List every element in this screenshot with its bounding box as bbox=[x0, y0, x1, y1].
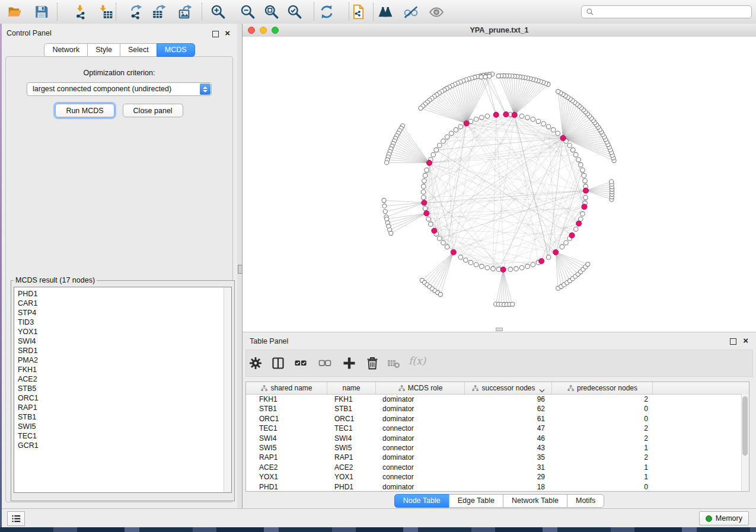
column-header-successor-nodes[interactable]: successor nodes bbox=[465, 382, 552, 394]
mcds-result-item[interactable]: STP4 bbox=[18, 308, 231, 318]
network-window-titlebar[interactable]: YPA_prune.txt_1 bbox=[243, 24, 756, 37]
table-row[interactable]: RAP1RAP1dominator352 bbox=[246, 453, 749, 462]
tab-mcds[interactable]: MCDS bbox=[157, 43, 195, 57]
tab-motifs[interactable]: Motifs bbox=[567, 494, 604, 508]
zoom-out-icon[interactable] bbox=[240, 4, 256, 20]
hide-details-icon[interactable] bbox=[403, 4, 419, 20]
tab-network[interactable]: Network bbox=[44, 43, 88, 57]
export-table-icon[interactable] bbox=[152, 4, 167, 20]
search-input[interactable] bbox=[596, 6, 751, 18]
close-panel-icon[interactable]: × bbox=[225, 30, 230, 37]
tab-select[interactable]: Select bbox=[120, 43, 157, 57]
close-table-panel-icon[interactable]: × bbox=[743, 337, 748, 344]
table-scrollbar-thumb[interactable] bbox=[742, 396, 748, 456]
save-session-icon[interactable] bbox=[34, 4, 49, 20]
export-image-icon[interactable] bbox=[178, 4, 193, 20]
tab-network-table[interactable]: Network Table bbox=[503, 494, 567, 508]
column-header-shared-name[interactable]: shared name bbox=[246, 382, 327, 394]
splitter-grip[interactable] bbox=[238, 265, 243, 274]
network-view-canvas[interactable] bbox=[243, 37, 756, 332]
mcds-result-item[interactable]: YOX1 bbox=[18, 327, 231, 336]
toolbar-separator bbox=[116, 3, 116, 21]
table-cell: PHD1 bbox=[327, 482, 376, 492]
tab-edge-table[interactable]: Edge Table bbox=[449, 494, 503, 508]
table-row[interactable]: SWI5SWI5connector431 bbox=[246, 443, 749, 453]
mcds-result-item[interactable]: STB5 bbox=[18, 384, 231, 393]
table-cell: dominator bbox=[376, 453, 465, 462]
share-document-icon[interactable] bbox=[350, 4, 366, 20]
table-settings-icon[interactable] bbox=[248, 356, 263, 370]
zoom-selected-icon[interactable] bbox=[287, 4, 302, 20]
float-panel-icon[interactable] bbox=[212, 31, 219, 37]
run-mcds-button[interactable]: Run MCDS bbox=[55, 104, 114, 117]
column-header-predecessor-nodes[interactable]: predecessor nodes bbox=[552, 382, 653, 394]
float-table-panel-icon[interactable] bbox=[730, 338, 736, 345]
table-row[interactable]: FKH1FKH1dominator962 bbox=[246, 395, 749, 404]
mcds-result-item[interactable]: TID3 bbox=[18, 318, 231, 327]
optimization-criterion-value: largest connected component (undirected) bbox=[33, 85, 171, 93]
table-cell: 1 bbox=[552, 443, 653, 453]
table-row[interactable]: TEC1TEC1connector472 bbox=[246, 424, 749, 433]
delete-row-icon[interactable] bbox=[365, 356, 379, 370]
tab-node-table[interactable]: Node Table bbox=[394, 494, 449, 508]
table-cell: TEC1 bbox=[246, 424, 327, 433]
show-column-panel-icon[interactable] bbox=[271, 356, 285, 370]
function-builder-icon[interactable]: f(x) bbox=[409, 355, 426, 367]
table-cell: dominator bbox=[376, 414, 465, 424]
table-cell: 0 bbox=[552, 482, 653, 492]
mcds-result-item[interactable]: ORC1 bbox=[18, 393, 231, 403]
column-header-MCDS-role[interactable]: MCDS role bbox=[376, 382, 465, 394]
table-row[interactable]: PHD1PHD1dominator180 bbox=[246, 482, 749, 492]
deselect-all-icon[interactable] bbox=[318, 356, 332, 370]
column-header-name[interactable]: name bbox=[327, 382, 376, 394]
show-eye-icon[interactable] bbox=[429, 4, 444, 20]
import-network-icon[interactable] bbox=[74, 4, 89, 20]
mcds-result-item[interactable]: PHD1 bbox=[18, 289, 231, 299]
close-panel-button[interactable]: Close panel bbox=[123, 104, 183, 117]
delete-table-icon[interactable] bbox=[387, 356, 401, 370]
mcds-result-item[interactable]: STB1 bbox=[18, 412, 231, 422]
export-network-icon[interactable] bbox=[129, 4, 144, 20]
node-table[interactable]: shared namenameMCDS rolesuccessor nodesp… bbox=[245, 382, 749, 492]
mcds-result-item[interactable]: PMA2 bbox=[18, 355, 231, 365]
zoom-in-icon[interactable] bbox=[210, 4, 226, 20]
mcds-result-item[interactable]: CAR1 bbox=[18, 299, 231, 308]
table-row[interactable]: STB1STB1dominator620 bbox=[246, 404, 749, 414]
mcds-result-item[interactable]: SWI5 bbox=[18, 422, 231, 431]
task-history-button[interactable] bbox=[7, 511, 25, 526]
refresh-layout-icon[interactable] bbox=[319, 4, 334, 20]
table-row[interactable]: YOX1YOX1connector291 bbox=[246, 472, 749, 482]
mcds-result-item[interactable]: SRD1 bbox=[18, 346, 231, 355]
canvas-splitter-handle[interactable] bbox=[496, 328, 503, 331]
open-file-icon[interactable] bbox=[7, 4, 23, 20]
table-panel-title: Table Panel bbox=[250, 337, 288, 345]
binoculars-icon[interactable] bbox=[378, 4, 393, 20]
mcds-result-item[interactable]: SWI4 bbox=[18, 336, 231, 346]
table-cell: 96 bbox=[465, 395, 552, 404]
table-row[interactable]: ACE2ACE2connector311 bbox=[246, 463, 749, 472]
sort-chevron-icon[interactable] bbox=[539, 386, 545, 390]
mcds-list-scrollbar[interactable] bbox=[224, 287, 231, 492]
optimization-criterion-select[interactable]: largest connected component (undirected) bbox=[27, 82, 212, 96]
zoom-fit-icon[interactable] bbox=[264, 4, 279, 20]
search-box[interactable] bbox=[581, 5, 752, 18]
table-row[interactable]: SWI4SWI4dominator462 bbox=[246, 434, 749, 443]
mcds-result-list[interactable]: PHD1CAR1STP4TID3YOX1SWI4SRD1PMA2FKH1ACE2… bbox=[14, 287, 232, 493]
tree-icon bbox=[567, 384, 575, 392]
table-cell: dominator bbox=[376, 395, 465, 404]
mcds-result-title: MCDS result (17 nodes) bbox=[14, 276, 97, 284]
mcds-result-item[interactable]: GCR1 bbox=[18, 441, 231, 450]
add-row-icon[interactable] bbox=[342, 356, 356, 370]
table-row[interactable]: ORC1ORC1dominator610 bbox=[246, 414, 749, 424]
table-scrollbar[interactable] bbox=[741, 394, 749, 491]
table-cell: FKH1 bbox=[246, 395, 327, 404]
tab-style[interactable]: Style bbox=[87, 43, 120, 57]
mcds-result-item[interactable]: FKH1 bbox=[18, 365, 231, 374]
mcds-result-item[interactable]: ACE2 bbox=[18, 374, 231, 384]
vertical-splitter[interactable] bbox=[237, 24, 243, 508]
mcds-result-item[interactable]: RAP1 bbox=[18, 403, 231, 412]
memory-button[interactable]: Memory bbox=[699, 511, 749, 525]
mcds-result-item[interactable]: TEC1 bbox=[18, 431, 231, 441]
import-table-icon[interactable] bbox=[98, 4, 113, 20]
select-all-icon[interactable] bbox=[294, 356, 308, 370]
